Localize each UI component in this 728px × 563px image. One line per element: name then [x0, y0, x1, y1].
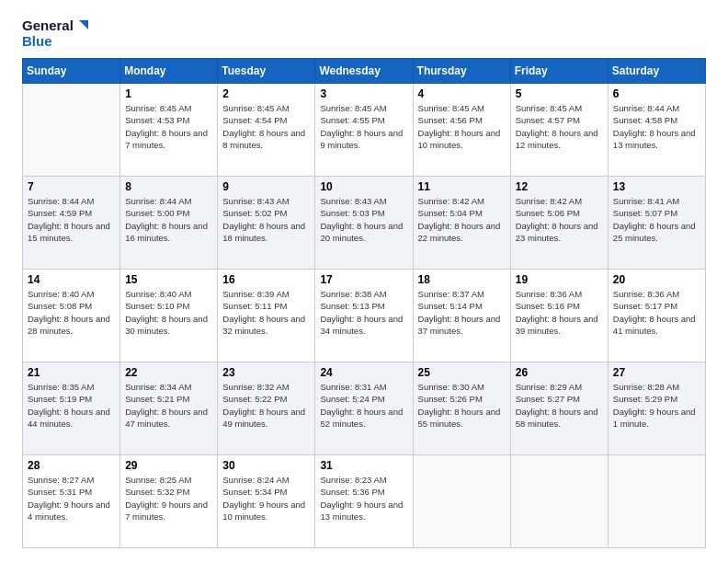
calendar-day-cell: 9Sunrise: 8:43 AM Sunset: 5:02 PM Daylig…: [218, 177, 315, 270]
calendar-week-row: 1Sunrise: 8:45 AM Sunset: 4:53 PM Daylig…: [23, 84, 706, 177]
calendar-week-row: 7Sunrise: 8:44 AM Sunset: 4:59 PM Daylig…: [23, 177, 706, 270]
calendar-day-cell: 26Sunrise: 8:29 AM Sunset: 5:27 PM Dayli…: [510, 362, 608, 455]
logo-graphic: General Blue: [22, 18, 88, 49]
day-number: 9: [222, 180, 310, 193]
day-number: 21: [28, 366, 115, 379]
calendar-day-cell: 31Sunrise: 8:23 AM Sunset: 5:36 PM Dayli…: [315, 455, 413, 548]
day-detail: Sunrise: 8:35 AM Sunset: 5:19 PM Dayligh…: [28, 382, 110, 429]
calendar-day-cell: 13Sunrise: 8:41 AM Sunset: 5:07 PM Dayli…: [608, 177, 705, 270]
calendar-day-cell: 11Sunrise: 8:42 AM Sunset: 5:04 PM Dayli…: [413, 177, 510, 270]
day-detail: Sunrise: 8:38 AM Sunset: 5:13 PM Dayligh…: [320, 289, 403, 336]
day-number: 22: [125, 366, 212, 379]
day-detail: Sunrise: 8:40 AM Sunset: 5:08 PM Dayligh…: [28, 289, 110, 336]
day-detail: Sunrise: 8:44 AM Sunset: 4:58 PM Dayligh…: [613, 103, 696, 150]
calendar-day-cell: 25Sunrise: 8:30 AM Sunset: 5:26 PM Dayli…: [413, 362, 510, 455]
weekday-header-row: SundayMondayTuesdayWednesdayThursdayFrid…: [23, 59, 706, 84]
calendar-day-cell: [413, 455, 510, 548]
page: General Blue SundayMondayTuesdayWednesda…: [0, 0, 728, 563]
weekday-header-tuesday: Tuesday: [218, 59, 315, 84]
day-number: 8: [125, 180, 212, 193]
day-number: 12: [516, 180, 603, 193]
weekday-header-friday: Friday: [510, 59, 608, 84]
day-detail: Sunrise: 8:43 AM Sunset: 5:03 PM Dayligh…: [320, 196, 403, 243]
day-detail: Sunrise: 8:31 AM Sunset: 5:24 PM Dayligh…: [320, 382, 403, 429]
day-number: 18: [418, 273, 506, 286]
day-detail: Sunrise: 8:36 AM Sunset: 5:17 PM Dayligh…: [613, 289, 696, 336]
day-detail: Sunrise: 8:36 AM Sunset: 5:16 PM Dayligh…: [516, 289, 598, 336]
day-number: 24: [320, 366, 407, 379]
day-number: 15: [125, 273, 212, 286]
calendar-week-row: 28Sunrise: 8:27 AM Sunset: 5:31 PM Dayli…: [23, 455, 706, 548]
day-number: 29: [125, 459, 212, 472]
day-detail: Sunrise: 8:42 AM Sunset: 5:06 PM Dayligh…: [516, 196, 598, 243]
day-number: 10: [320, 180, 407, 193]
calendar-day-cell: [608, 455, 705, 548]
calendar-day-cell: [23, 84, 120, 177]
day-number: 30: [222, 459, 310, 472]
calendar-day-cell: 20Sunrise: 8:36 AM Sunset: 5:17 PM Dayli…: [608, 270, 705, 362]
calendar-day-cell: 22Sunrise: 8:34 AM Sunset: 5:21 PM Dayli…: [120, 362, 218, 455]
calendar-table: SundayMondayTuesdayWednesdayThursdayFrid…: [22, 58, 706, 548]
calendar-day-cell: 16Sunrise: 8:39 AM Sunset: 5:11 PM Dayli…: [218, 270, 315, 362]
day-number: 19: [516, 273, 603, 286]
logo: General Blue: [22, 18, 88, 49]
day-detail: Sunrise: 8:45 AM Sunset: 4:55 PM Dayligh…: [320, 103, 403, 150]
day-number: 13: [613, 180, 700, 193]
calendar-day-cell: 1Sunrise: 8:45 AM Sunset: 4:53 PM Daylig…: [120, 84, 218, 177]
day-detail: Sunrise: 8:40 AM Sunset: 5:10 PM Dayligh…: [125, 289, 208, 336]
day-number: 11: [418, 180, 506, 193]
calendar-day-cell: 10Sunrise: 8:43 AM Sunset: 5:03 PM Dayli…: [315, 177, 413, 270]
day-detail: Sunrise: 8:45 AM Sunset: 4:56 PM Dayligh…: [418, 103, 501, 150]
calendar-day-cell: 7Sunrise: 8:44 AM Sunset: 4:59 PM Daylig…: [23, 177, 120, 270]
weekday-header-saturday: Saturday: [608, 59, 705, 84]
day-number: 23: [222, 366, 310, 379]
day-detail: Sunrise: 8:43 AM Sunset: 5:02 PM Dayligh…: [222, 196, 305, 243]
calendar-day-cell: 8Sunrise: 8:44 AM Sunset: 5:00 PM Daylig…: [120, 177, 218, 270]
calendar-day-cell: 29Sunrise: 8:25 AM Sunset: 5:32 PM Dayli…: [120, 455, 218, 548]
calendar-day-cell: 14Sunrise: 8:40 AM Sunset: 5:08 PM Dayli…: [23, 270, 120, 362]
calendar-day-cell: 3Sunrise: 8:45 AM Sunset: 4:55 PM Daylig…: [315, 84, 413, 177]
calendar-day-cell: 6Sunrise: 8:44 AM Sunset: 4:58 PM Daylig…: [608, 84, 705, 177]
day-detail: Sunrise: 8:39 AM Sunset: 5:11 PM Dayligh…: [222, 289, 305, 336]
day-detail: Sunrise: 8:23 AM Sunset: 5:36 PM Dayligh…: [320, 475, 403, 522]
day-detail: Sunrise: 8:27 AM Sunset: 5:31 PM Dayligh…: [28, 475, 110, 522]
calendar-day-cell: 21Sunrise: 8:35 AM Sunset: 5:19 PM Dayli…: [23, 362, 120, 455]
calendar-day-cell: 30Sunrise: 8:24 AM Sunset: 5:34 PM Dayli…: [218, 455, 315, 548]
calendar-day-cell: 12Sunrise: 8:42 AM Sunset: 5:06 PM Dayli…: [510, 177, 608, 270]
day-detail: Sunrise: 8:34 AM Sunset: 5:21 PM Dayligh…: [125, 382, 208, 429]
weekday-header-monday: Monday: [120, 59, 218, 84]
day-detail: Sunrise: 8:41 AM Sunset: 5:07 PM Dayligh…: [613, 196, 696, 243]
day-number: 16: [222, 273, 310, 286]
day-number: 1: [125, 87, 212, 100]
calendar-week-row: 14Sunrise: 8:40 AM Sunset: 5:08 PM Dayli…: [23, 270, 706, 362]
svg-marker-0: [79, 20, 88, 29]
weekday-header-thursday: Thursday: [413, 59, 510, 84]
day-number: 27: [613, 366, 700, 379]
weekday-header-wednesday: Wednesday: [315, 59, 413, 84]
calendar-day-cell: 15Sunrise: 8:40 AM Sunset: 5:10 PM Dayli…: [120, 270, 218, 362]
header: General Blue: [22, 18, 706, 49]
day-detail: Sunrise: 8:28 AM Sunset: 5:29 PM Dayligh…: [613, 382, 696, 429]
calendar-day-cell: 19Sunrise: 8:36 AM Sunset: 5:16 PM Dayli…: [510, 270, 608, 362]
calendar-day-cell: 23Sunrise: 8:32 AM Sunset: 5:22 PM Dayli…: [218, 362, 315, 455]
day-number: 25: [418, 366, 506, 379]
day-detail: Sunrise: 8:42 AM Sunset: 5:04 PM Dayligh…: [418, 196, 501, 243]
day-number: 28: [28, 459, 115, 472]
day-detail: Sunrise: 8:29 AM Sunset: 5:27 PM Dayligh…: [516, 382, 598, 429]
day-number: 5: [516, 87, 603, 100]
calendar-day-cell: 5Sunrise: 8:45 AM Sunset: 4:57 PM Daylig…: [510, 84, 608, 177]
day-number: 14: [28, 273, 115, 286]
calendar-day-cell: 27Sunrise: 8:28 AM Sunset: 5:29 PM Dayli…: [608, 362, 705, 455]
day-number: 2: [222, 87, 310, 100]
calendar-day-cell: 17Sunrise: 8:38 AM Sunset: 5:13 PM Dayli…: [315, 270, 413, 362]
day-number: 3: [320, 87, 407, 100]
day-detail: Sunrise: 8:44 AM Sunset: 5:00 PM Dayligh…: [125, 196, 208, 243]
day-detail: Sunrise: 8:30 AM Sunset: 5:26 PM Dayligh…: [418, 382, 501, 429]
day-detail: Sunrise: 8:45 AM Sunset: 4:54 PM Dayligh…: [222, 103, 305, 150]
calendar-day-cell: [510, 455, 608, 548]
day-number: 17: [320, 273, 407, 286]
day-detail: Sunrise: 8:37 AM Sunset: 5:14 PM Dayligh…: [418, 289, 501, 336]
day-detail: Sunrise: 8:24 AM Sunset: 5:34 PM Dayligh…: [222, 475, 305, 522]
day-number: 31: [320, 459, 407, 472]
day-number: 4: [418, 87, 506, 100]
